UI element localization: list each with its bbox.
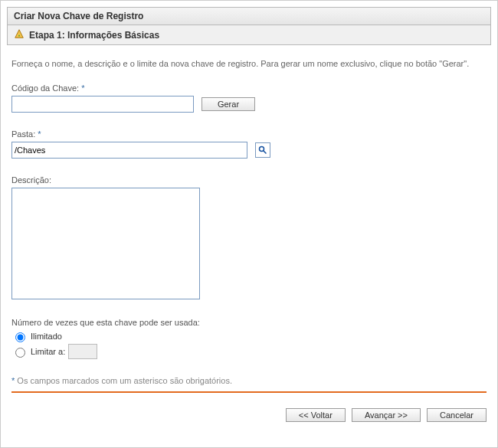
limit-input[interactable] — [68, 344, 97, 359]
panel: Criar Nova Chave de Registro Etapa 1: In… — [7, 7, 491, 45]
search-icon — [258, 146, 267, 155]
usage-label: Número de vezes que esta chave pode ser … — [11, 318, 487, 327]
limit-radio[interactable] — [15, 348, 25, 358]
unlimited-radio[interactable] — [15, 332, 25, 342]
folder-label: Pasta: * — [11, 129, 487, 139]
required-mark: * — [38, 129, 41, 139]
usage-limit-row: Limitar a: — [11, 344, 487, 359]
back-button[interactable]: << Voltar — [286, 408, 346, 422]
description-label: Descrição: — [11, 175, 487, 185]
folder-input[interactable] — [11, 142, 247, 159]
code-row: Gerar — [11, 96, 487, 113]
unlimited-label: Ilimitado — [31, 332, 62, 341]
panel-title: Criar Nova Chave de Registro — [8, 8, 490, 25]
generate-button[interactable]: Gerar — [201, 97, 255, 111]
usage-unlimited-row: Ilimitado — [11, 330, 487, 342]
svg-line-3 — [264, 151, 267, 154]
separator — [11, 391, 487, 393]
code-input[interactable] — [11, 96, 194, 113]
browse-folder-button[interactable] — [255, 142, 270, 158]
dialog-window: Criar Nova Chave de Registro Etapa 1: In… — [0, 0, 498, 448]
panel-subtitle: Etapa 1: Informações Básicas — [8, 25, 490, 44]
cancel-button[interactable]: Cancelar — [427, 408, 487, 422]
svg-marker-0 — [15, 30, 24, 38]
svg-point-2 — [260, 147, 264, 152]
code-label: Código da Chave: * — [11, 83, 487, 93]
description-textarea[interactable] — [11, 188, 200, 299]
panel-subtitle-text: Etapa 1: Informações Básicas — [29, 30, 159, 41]
svg-rect-1 — [18, 35, 20, 37]
required-mark: * — [81, 83, 84, 93]
limit-label: Limitar a: — [31, 347, 65, 356]
required-footnote: * Os campos marcados com um asterisco sã… — [11, 376, 487, 385]
wizard-step-icon — [14, 28, 25, 41]
wizard-actions: << Voltar Avançar >> Cancelar — [1, 408, 497, 431]
folder-row — [11, 142, 487, 159]
next-button[interactable]: Avançar >> — [352, 408, 421, 422]
instruction-text: Forneça o nome, a descrição e o limite d… — [11, 57, 487, 70]
form-content: Forneça o nome, a descrição e o limite d… — [1, 45, 497, 408]
